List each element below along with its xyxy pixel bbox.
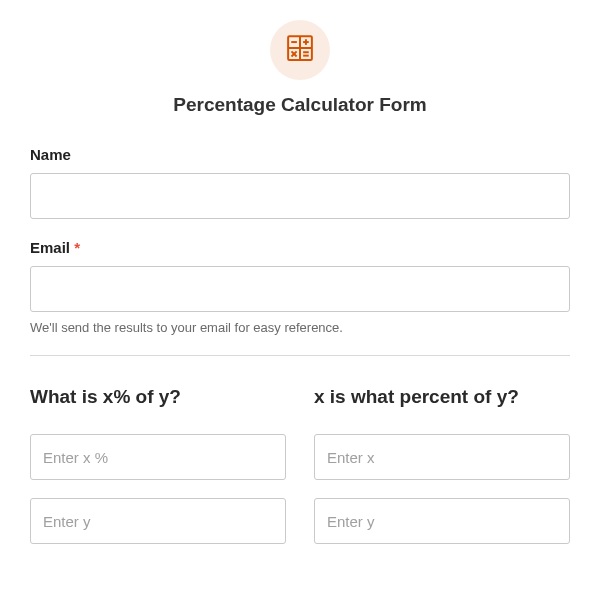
email-input[interactable] (30, 266, 570, 312)
what-percent-title: x is what percent of y? (314, 386, 570, 408)
email-field: Email * We'll send the results to your e… (30, 239, 570, 335)
name-label: Name (30, 146, 570, 163)
name-field: Name (30, 146, 570, 219)
percent-of-title: What is x% of y? (30, 386, 286, 408)
what-percent-x-input[interactable] (314, 434, 570, 480)
calculator-icon (285, 33, 315, 67)
email-helper: We'll send the results to your email for… (30, 320, 570, 335)
percent-of-y-input[interactable] (30, 498, 286, 544)
name-input[interactable] (30, 173, 570, 219)
email-label: Email * (30, 239, 570, 256)
header-icon-wrap (270, 20, 330, 80)
required-mark: * (74, 239, 80, 256)
what-percent-column: x is what percent of y? (314, 386, 570, 562)
calculator-columns: What is x% of y? x is what percent of y? (30, 386, 570, 562)
percent-of-x-input[interactable] (30, 434, 286, 480)
percent-of-column: What is x% of y? (30, 386, 286, 562)
divider (30, 355, 570, 356)
what-percent-y-input[interactable] (314, 498, 570, 544)
page-title: Percentage Calculator Form (30, 94, 570, 116)
email-label-text: Email (30, 239, 70, 256)
